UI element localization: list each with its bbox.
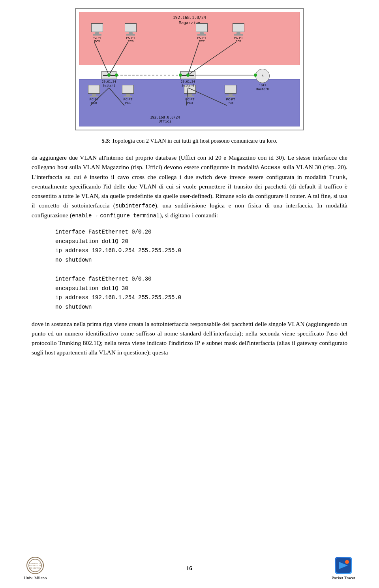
router0: R 1841Router0 bbox=[255, 69, 270, 91]
code-line-4: no shutdown bbox=[55, 256, 347, 265]
pc3-icon: PC-PTPC3 bbox=[184, 85, 196, 105]
code-block: interface FastEthernet 0/0.20 encapsulat… bbox=[55, 228, 347, 312]
pc0-icon: PC-PTPC0 bbox=[88, 85, 100, 105]
pc1-icon: PC-PTPC1 bbox=[122, 85, 134, 105]
code-line-6: interface fastEthernet 0/0.30 bbox=[55, 275, 347, 284]
page-number: 16 bbox=[186, 565, 192, 572]
packet-tracer-logo bbox=[335, 557, 352, 574]
uffici-label: 192.168.0.0/24Uffici bbox=[148, 115, 182, 124]
configure-terminal-term: configure terminal bbox=[100, 213, 159, 219]
pc7-label: PC-PTPC7 bbox=[197, 36, 206, 43]
paragraph-2: dove in sostanza nella prima riga viene … bbox=[32, 319, 347, 357]
svg-text:DEGLI STUDI: DEGLI STUDI bbox=[29, 565, 41, 567]
page-content: 192.168.1.0/24Magazzino PC-PTPC5 bbox=[0, 0, 379, 394]
pc1-label: PC-PTPC1 bbox=[124, 98, 133, 105]
enable-term: enable bbox=[72, 213, 92, 219]
pc6-label: PC-PTPC6 bbox=[126, 36, 135, 43]
code-line-2: encapsulation dot1Q 20 bbox=[55, 237, 347, 247]
pc3-label: PC-PTPC3 bbox=[186, 98, 195, 105]
pc5-label: PC-PTPC5 bbox=[93, 36, 102, 43]
footer-logo-left: UNIVERSITA DEGLI STUDI DI MILANO Univ. M… bbox=[24, 557, 47, 580]
svg-point-21 bbox=[345, 560, 349, 564]
figure-caption-text: : Topologia con 2 VLAN in cui tutti gli … bbox=[109, 138, 278, 144]
trunk-term: Trunk bbox=[329, 174, 346, 181]
footer-logo-right: Packet Tracer bbox=[332, 557, 355, 580]
subinterface-term: subinterface bbox=[115, 203, 155, 209]
figure-caption: 5.3: Topologia con 2 VLAN in cui tutti g… bbox=[32, 138, 347, 144]
footer-pt-label: Packet Tracer bbox=[332, 575, 355, 580]
pc4-label: PC-PTPC4 bbox=[226, 98, 235, 105]
pc6-icon: PC-PTPC6 bbox=[125, 23, 137, 43]
svg-text:UNIVERSITA: UNIVERSITA bbox=[29, 562, 41, 564]
footer-univ-label: Univ. Milano bbox=[24, 575, 47, 580]
pc7-icon: PC-PTPC7 bbox=[196, 23, 208, 43]
svg-text:DI MILANO: DI MILANO bbox=[30, 567, 40, 569]
pc4-icon: PC-PTPC4 bbox=[225, 85, 236, 105]
paragraph-1: da aggiungere due VLAN all'interno del p… bbox=[32, 153, 347, 220]
code-line-8: ip address 192.168.1.254 255.255.255.0 bbox=[55, 293, 347, 303]
network-diagram: 192.168.1.0/24Magazzino PC-PTPC5 bbox=[75, 8, 304, 130]
switch1: 29.01.24Switch1 bbox=[101, 71, 116, 88]
page-footer: UNIVERSITA DEGLI STUDI DI MILANO Univ. M… bbox=[0, 557, 379, 580]
switch0: 29.01.24Switch0 bbox=[180, 71, 195, 88]
network-diagram-container: 192.168.1.0/24Magazzino PC-PTPC5 bbox=[32, 8, 347, 130]
pc8-icon: PC-PTPC8 bbox=[233, 23, 244, 43]
vlan-magazzino: 192.168.1.0/24Magazzino PC-PTPC5 bbox=[79, 12, 300, 65]
pc5-icon: PC-PTPC5 bbox=[91, 23, 103, 43]
access-term: Access bbox=[261, 164, 281, 171]
code-line-9: no shutdown bbox=[55, 303, 347, 312]
pc0-label: PC-PTPC0 bbox=[90, 98, 99, 105]
code-line-1: interface FastEthernet 0/0.20 bbox=[55, 228, 347, 237]
university-logo: UNIVERSITA DEGLI STUDI DI MILANO bbox=[26, 557, 44, 574]
code-line-7: encapsulation dot1Q 30 bbox=[55, 284, 347, 294]
pc8-label: PC-PTPC8 bbox=[234, 36, 243, 43]
code-line-3: ip address 192.168.0.254 255.255.255.0 bbox=[55, 246, 347, 256]
figure-label: 5.3 bbox=[101, 138, 109, 144]
